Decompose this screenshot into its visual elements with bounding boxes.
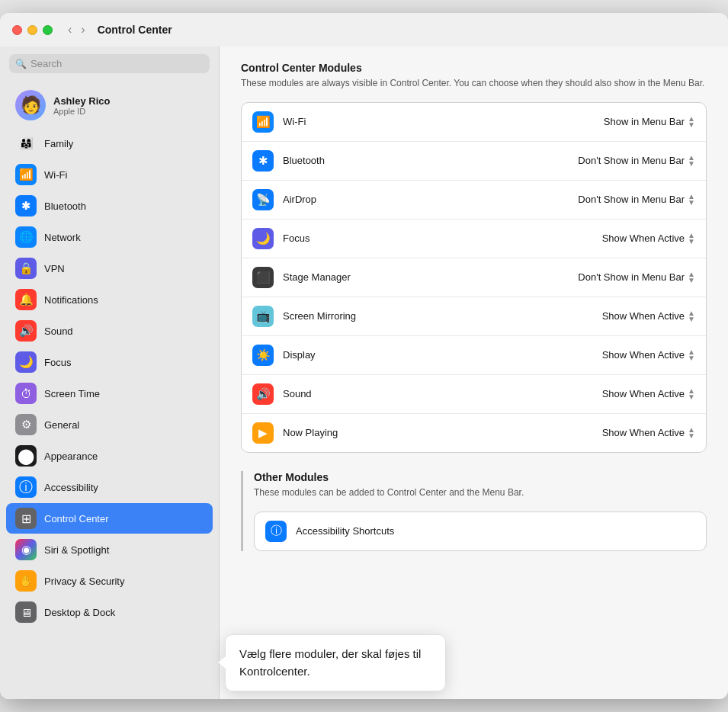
forward-button[interactable]: › [78,21,88,38]
control-center-modules-list: 📶Wi-FiShow in Menu Bar▲▼✱BluetoothDon't … [241,102,707,453]
sidebar-scroll: 🧑 Ashley Rico Apple ID 👨‍👩‍👧Family📶Wi-Fi… [0,79,219,699]
module-dropdown-bluetooth[interactable]: Don't Show in Menu Bar▲▼ [578,155,695,167]
module-option-stagemanager: Don't Show in Menu Bar [578,271,685,283]
module-dropdown-stagemanager[interactable]: Don't Show in Menu Bar▲▼ [578,271,695,284]
siri-icon: ◉ [15,539,37,560]
module-option-focus: Show When Active [602,233,685,244]
nav-arrows: ‹ › [65,21,88,38]
other-section-title: Other Modules [254,471,707,483]
sidebar-item-label-bluetooth: Bluetooth [44,200,86,212]
wifi-icon: 📶 [15,164,37,185]
sound-icon: 🔊 [15,320,37,342]
other-section-desc: These modules can be added to Control Ce… [254,486,707,499]
module-row-nowplaying: ▶Now PlayingShow When Active▲▼ [242,414,706,452]
module-icon-sound: 🔊 [252,383,274,405]
close-button[interactable] [12,25,22,35]
general-icon: ⚙ [15,414,37,435]
accessibility-icon: ⓘ [15,476,37,498]
sidebar-item-general[interactable]: ⚙General [6,409,213,440]
screentime-icon: ⏱ [15,383,37,404]
sidebar-item-bluetooth[interactable]: ✱Bluetooth [6,191,213,221]
module-dropdown-focus[interactable]: Show When Active▲▼ [602,233,695,245]
module-label-focus: Focus [283,233,593,244]
module-row-accessibility-shortcuts: ⓘAccessibility Shortcuts [255,512,706,550]
sidebar-item-siri[interactable]: ◉Siri & Spotlight [6,534,213,565]
sidebar-item-appearance[interactable]: ⬤Appearance [6,441,213,471]
main-content: Control Center Modules These modules are… [220,13,728,699]
sidebar-item-label-accessibility: Accessibility [44,482,98,493]
module-option-nowplaying: Show When Active [602,427,685,438]
sidebar-item-label-siri: Siri & Spotlight [44,544,109,556]
chevron-icon: ▲▼ [688,155,695,167]
chevron-icon: ▲▼ [688,310,695,322]
sidebar-item-controlcenter[interactable]: ⊞Control Center [6,503,213,534]
module-label-wifi: Wi-Fi [283,116,595,127]
family-icon: 👨‍👩‍👧 [15,133,37,154]
sidebar-items: 👨‍👩‍👧Family📶Wi-Fi✱Bluetooth🌐Network🔒VPN🔔… [0,128,219,627]
chevron-icon: ▲▼ [688,427,695,439]
module-label-screenmirroring: Screen Mirroring [283,310,593,322]
chevron-icon: ▲▼ [688,271,695,284]
sidebar-item-label-controlcenter: Control Center [44,513,109,524]
sidebar-item-accessibility[interactable]: ⓘAccessibility [6,472,213,502]
module-row-stagemanager: ⬛Stage ManagerDon't Show in Menu Bar▲▼ [242,258,706,297]
sidebar-item-focus[interactable]: 🌙Focus [6,347,213,377]
sidebar-item-desktop[interactable]: 🖥Desktop & Dock [6,597,213,627]
chevron-icon: ▲▼ [688,349,695,361]
sidebar-item-label-family: Family [44,138,73,149]
module-label-airdrop: AirDrop [283,194,569,205]
module-dropdown-airdrop[interactable]: Don't Show in Menu Bar▲▼ [578,194,695,206]
sidebar-item-sound[interactable]: 🔊Sound [6,316,213,346]
sidebar-item-screentime[interactable]: ⏱Screen Time [6,378,213,409]
search-input[interactable] [30,58,202,69]
title-bar: ‹ › Control Center [0,13,728,47]
module-label-nowplaying: Now Playing [283,427,593,438]
user-profile-item[interactable]: 🧑 Ashley Rico Apple ID [6,84,213,127]
module-row-focus: 🌙FocusShow When Active▲▼ [242,220,706,258]
module-icon-display: ☀️ [252,345,274,366]
module-dropdown-sound[interactable]: Show When Active▲▼ [602,388,695,400]
sidebar-item-label-sound: Sound [44,326,73,337]
user-info: Ashley Rico Apple ID [53,95,110,116]
callout-tooltip: Vælg flere moduler, der skal føjes til K… [225,634,446,691]
module-icon-bluetooth: ✱ [252,150,274,172]
module-dropdown-screenmirroring[interactable]: Show When Active▲▼ [602,310,695,322]
module-icon-focus: 🌙 [252,228,274,249]
sidebar-item-vpn[interactable]: 🔒VPN [6,253,213,284]
other-modules-rows: ⓘAccessibility Shortcuts [255,512,706,550]
module-icon-nowplaying: ▶ [252,422,274,444]
module-row-airdrop: 📡AirDropDon't Show in Menu Bar▲▼ [242,181,706,220]
modules-rows: 📶Wi-FiShow in Menu Bar▲▼✱BluetoothDon't … [242,103,706,452]
module-label-bluetooth: Bluetooth [283,155,569,166]
module-option-sound: Show When Active [602,388,685,399]
sidebar-item-label-wifi: Wi-Fi [44,169,67,181]
module-row-screenmirroring: 📺Screen MirroringShow When Active▲▼ [242,297,706,336]
avatar: 🧑 [15,90,46,120]
desktop-icon: 🖥 [15,601,37,623]
sidebar-item-network[interactable]: 🌐Network [6,222,213,252]
minimize-button[interactable] [27,25,37,35]
modules-section-desc: These modules are always visible in Cont… [241,77,707,90]
sidebar-item-notifications[interactable]: 🔔Notifications [6,284,213,315]
sidebar-item-wifi[interactable]: 📶Wi-Fi [6,159,213,190]
module-dropdown-display[interactable]: Show When Active▲▼ [602,349,695,361]
module-label-accessibility-shortcuts: Accessibility Shortcuts [296,525,695,537]
module-label-display: Display [283,349,593,361]
search-box[interactable]: 🔍 [9,54,210,73]
search-icon: 🔍 [15,59,27,69]
module-option-bluetooth: Don't Show in Menu Bar [578,155,685,166]
sidebar-item-label-privacy: Privacy & Security [44,576,124,587]
sidebar-item-label-appearance: Appearance [44,451,98,462]
sidebar-item-privacy[interactable]: ✋Privacy & Security [6,566,213,596]
sidebar-item-label-general: General [44,419,79,431]
window-title: Control Center [98,24,172,36]
module-icon-screenmirroring: 📺 [252,306,274,327]
back-button[interactable]: ‹ [65,21,75,38]
notifications-icon: 🔔 [15,289,37,310]
module-dropdown-nowplaying[interactable]: Show When Active▲▼ [602,427,695,439]
maximize-button[interactable] [43,25,53,35]
sidebar-item-family[interactable]: 👨‍👩‍👧Family [6,128,213,159]
other-modules-section: Other Modules These modules can be added… [241,471,707,551]
module-option-airdrop: Don't Show in Menu Bar [578,194,685,205]
module-dropdown-wifi[interactable]: Show in Menu Bar▲▼ [604,116,695,128]
